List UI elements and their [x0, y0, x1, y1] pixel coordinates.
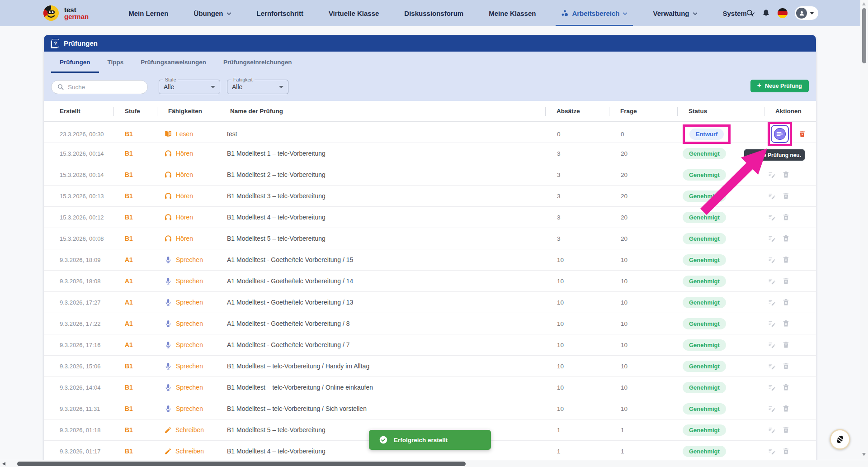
edit-exam-button[interactable]: [768, 192, 776, 200]
search-box[interactable]: [51, 80, 148, 94]
questions-cell: 10: [609, 363, 677, 370]
delete-exam-button[interactable]: [782, 405, 790, 413]
table-row: 9.3.2026, 17:27A1SprechenA1 Modelltest -…: [44, 292, 816, 313]
edit-exam-button[interactable]: [768, 171, 776, 179]
top-navbar: test german Mein LernenÜbungenLernfortsc…: [0, 0, 868, 26]
status-badge: Entwurf: [689, 129, 724, 140]
delete-exam-button[interactable]: [782, 256, 790, 264]
delete-exam-button[interactable]: [798, 130, 806, 138]
status-cell: Genehmigt: [677, 446, 764, 457]
scroll-down-arrow[interactable]: [862, 453, 866, 456]
edit-exam-button[interactable]: [768, 234, 776, 243]
delete-exam-button[interactable]: [782, 362, 790, 370]
exam-name-cell: A1 Modelltest - Goethe/telc Vorbereitung…: [219, 341, 545, 348]
horizontal-scrollbar[interactable]: [0, 460, 868, 467]
account-menu[interactable]: [795, 6, 818, 20]
table-row: 15.3.2026, 00:14B1HörenB1 Modelltest 1 –…: [44, 143, 816, 164]
delete-exam-button[interactable]: [782, 192, 790, 200]
created-cell: 15.3.2026, 00:13: [44, 193, 113, 200]
status-badge: Genehmigt: [683, 361, 726, 372]
nav-item-diskussionsforum[interactable]: Diskussionsforum: [392, 0, 476, 26]
nav-item-mein-lernen[interactable]: Mein Lernen: [116, 0, 181, 26]
delete-exam-button[interactable]: [782, 319, 790, 328]
delete-exam-button[interactable]: [782, 298, 790, 306]
vertical-scrollbar[interactable]: [860, 0, 868, 460]
edit-exam-button[interactable]: [768, 447, 776, 455]
search-icon[interactable]: [745, 9, 755, 18]
edit-exam-button[interactable]: [768, 298, 776, 306]
nav-item-virtuelle-klasse[interactable]: Virtuelle Klasse: [316, 0, 392, 26]
edit-exam-button[interactable]: [768, 319, 776, 328]
actions-cell: [764, 447, 816, 455]
caret-down-icon: [810, 12, 814, 14]
edit-exam-button[interactable]: [768, 405, 776, 413]
bell-icon[interactable]: [762, 9, 770, 18]
nav-item-verwaltung[interactable]: Verwaltung: [640, 0, 710, 26]
filter-faehigkeit-select[interactable]: Fähigkeit Alle: [227, 80, 288, 94]
delete-exam-button[interactable]: [782, 447, 790, 455]
edit-exam-button[interactable]: [768, 213, 776, 221]
filter-stufe-select[interactable]: Stufe Alle: [159, 80, 220, 94]
delete-exam-button[interactable]: [782, 426, 790, 434]
delete-exam-button[interactable]: [782, 277, 790, 285]
filter-row: Stufe Alle Fähigkeit Alle + Neue Prüfung: [44, 73, 816, 101]
paragraphs-cell: 10: [545, 384, 609, 391]
nav-item-arbeitsbereich[interactable]: Arbeitsbereich: [548, 0, 640, 26]
column-header-erstellt: Erstellt: [44, 107, 113, 116]
delete-exam-button[interactable]: [782, 383, 790, 391]
edit-exam-button[interactable]: [768, 256, 776, 264]
accessibility-widget-button[interactable]: [830, 429, 850, 450]
status-badge: Genehmigt: [683, 297, 726, 308]
level-cell: B1: [113, 150, 157, 157]
actions-cell: [764, 171, 816, 179]
panel-header: ? Prüfungen: [44, 35, 816, 52]
vertical-scroll-thumb[interactable]: [862, 8, 866, 63]
app-logo[interactable]: test german: [42, 4, 89, 23]
delete-exam-button[interactable]: [782, 341, 790, 349]
nav-item-meine-klassen[interactable]: Meine Klassen: [476, 0, 548, 26]
plus-icon: +: [757, 81, 761, 90]
tab-tipps[interactable]: Tipps: [99, 52, 132, 73]
exam-name-cell: B1 Modelltest 5 – telc-Vorbereitung: [219, 235, 545, 242]
logo-text: test german: [64, 6, 89, 20]
questions-cell: 1: [609, 427, 677, 434]
status-badge: Genehmigt: [683, 191, 726, 202]
tab-pr-fungseinreichungen[interactable]: Prüfungseinreichungen: [215, 52, 301, 73]
delete-exam-button[interactable]: [782, 213, 790, 221]
nav-item-lernfortschritt[interactable]: Lernfortschritt: [244, 0, 316, 26]
level-cell: A1: [113, 256, 157, 263]
tab-pr-fungen[interactable]: Prüfungen: [51, 52, 99, 73]
scroll-up-arrow[interactable]: [862, 2, 866, 5]
created-cell: 23.3.2026, 00:30: [44, 131, 113, 138]
status-badge: Genehmigt: [683, 382, 726, 393]
questions-cell: 20: [609, 214, 677, 221]
table-row: 15.3.2026, 00:13B1HörenB1 Modelltest 3 –…: [44, 186, 816, 207]
chevron-down-icon: [693, 11, 698, 15]
table-row: 9.3.2026, 18:09A1SprechenA1 Modelltest -…: [44, 249, 816, 271]
highlight-box-action: [768, 122, 792, 146]
new-exam-button[interactable]: + Neue Prüfung: [750, 80, 809, 92]
edit-exam-button[interactable]: [768, 426, 776, 434]
edit-exam-button[interactable]: [768, 383, 776, 391]
column-header-f-higkeiten: Fähigkeiten: [157, 107, 219, 116]
delete-exam-button[interactable]: [782, 234, 790, 243]
german-flag-icon[interactable]: [778, 8, 788, 18]
scroll-left-arrow[interactable]: [2, 462, 5, 466]
edit-exam-button[interactable]: [768, 341, 776, 349]
nav-item--bungen[interactable]: Übungen: [181, 0, 244, 26]
status-cell: Genehmigt: [677, 424, 764, 436]
paragraphs-cell: 10: [545, 320, 609, 327]
search-input[interactable]: [68, 84, 136, 91]
tab-pr-fungsanweisungen[interactable]: Prüfungsanweisungen: [132, 52, 215, 73]
horizontal-scroll-thumb[interactable]: [17, 462, 466, 466]
edit-exam-button[interactable]: [768, 277, 776, 285]
pruefungen-panel: ? Prüfungen PrüfungenTippsPrüfungsanweis…: [44, 35, 816, 467]
questions-cell: 10: [609, 257, 677, 263]
edit-exam-button[interactable]: [768, 362, 776, 370]
delete-exam-button[interactable]: [782, 171, 790, 179]
status-cell: Genehmigt: [677, 233, 764, 244]
status-badge: Genehmigt: [683, 318, 726, 329]
regenerate-exam-button[interactable]: [771, 125, 789, 143]
level-cell: B1: [113, 384, 157, 391]
nav-right-cluster: [745, 0, 818, 26]
